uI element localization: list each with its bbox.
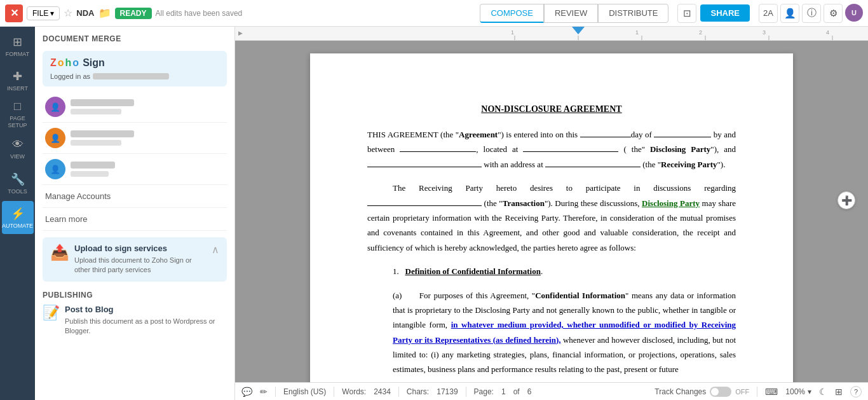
- zoom-arrow[interactable]: ▾: [808, 387, 811, 396]
- dark-mode-icon[interactable]: ☾: [819, 387, 827, 397]
- sidebar-item-tools[interactable]: 🔧 TOOLS: [2, 167, 34, 200]
- file-menu-button[interactable]: FILE ▾: [27, 6, 60, 20]
- close-button[interactable]: ✕: [5, 4, 23, 22]
- scroll-right-button[interactable]: ➕: [837, 191, 855, 209]
- keyboard-icon[interactable]: ⌨: [765, 387, 778, 397]
- svg-text:4: 4: [826, 29, 829, 36]
- saved-status: All edits have been saved: [156, 9, 477, 18]
- review-tab[interactable]: REVIEW: [544, 4, 598, 23]
- present-icon[interactable]: ⊡: [677, 4, 696, 23]
- zoho-sign-logo: Z o h o Sign Logged in as: [43, 51, 227, 86]
- account-name-blur-3: [71, 162, 115, 169]
- upload-icon: 📤: [50, 244, 69, 261]
- format-icon: ⊞: [13, 35, 22, 49]
- blog-icon: 📝: [43, 305, 60, 321]
- sidebar-label-insert: INSERT: [7, 85, 28, 92]
- h-letter: h: [65, 57, 72, 69]
- nav-buttons: COMPOSE REVIEW DISTRIBUTE: [480, 4, 668, 23]
- page-total: 6: [527, 387, 532, 396]
- edit-icon[interactable]: ✏: [260, 387, 268, 397]
- status-divider-1: [275, 387, 276, 397]
- page-label: Page:: [474, 387, 494, 396]
- account-name-blur-1: [71, 99, 134, 106]
- svg-text:2: 2: [699, 29, 702, 36]
- track-changes-toggle[interactable]: [710, 387, 731, 397]
- status-divider-2: [334, 387, 334, 397]
- account-avatar-1: 👤: [45, 97, 65, 117]
- upload-chevron-icon[interactable]: ∧: [212, 244, 219, 256]
- logged-in-text: Logged in as: [50, 72, 90, 80]
- account-detail-blur-1: [71, 109, 121, 114]
- account-avatar-2: 👤: [45, 128, 65, 148]
- svg-text:1: 1: [635, 29, 639, 36]
- learn-more-link[interactable]: Learn more: [43, 208, 227, 231]
- folder-icon[interactable]: 📁: [98, 7, 111, 19]
- status-divider-3: [398, 387, 399, 397]
- logged-in-user-blur: [93, 73, 169, 79]
- tools-icon: 🔧: [11, 172, 25, 186]
- blog-title: Post to Blog: [65, 305, 227, 314]
- sign-text: Sign: [83, 57, 105, 69]
- sidebar-label-view: VIEW: [10, 153, 25, 160]
- toggle-knob: [711, 388, 719, 396]
- svg-rect-0: [235, 27, 868, 41]
- sidebar-item-page-setup[interactable]: □ PAGESETUP: [2, 98, 34, 131]
- sidebar-item-view[interactable]: 👁 VIEW: [2, 132, 34, 165]
- info-icon[interactable]: ⓘ: [802, 4, 821, 23]
- o-letter: o: [58, 57, 64, 69]
- publishing-title: PUBLISHING: [43, 291, 227, 300]
- upload-section: 📤 Upload to sign services Upload this do…: [43, 237, 227, 282]
- document-merge-panel: DOCUMENT MERGE Z o h o Sign Logged in as…: [35, 27, 235, 400]
- account-info-3: [71, 162, 224, 177]
- share-button[interactable]: SHARE: [700, 4, 750, 22]
- view-icon: 👁: [12, 138, 24, 151]
- track-changes-off-label: OFF: [735, 388, 749, 396]
- section-1-heading-line: 1. Definition of Confidential Informatio…: [367, 264, 736, 279]
- status-bar: 💬 ✏ English (US) Words: 2434 Chars: 1713…: [235, 382, 868, 400]
- document-scroll[interactable]: NON-DISCLOSURE AGREEMENT THIS AGREEMENT …: [235, 41, 868, 382]
- track-changes-label: Track Changes: [654, 387, 706, 396]
- sidebar-item-automate[interactable]: ⚡ AUTOMATE: [2, 201, 34, 234]
- account-info-2: [71, 130, 224, 146]
- toolbar-icons: ⊡: [677, 4, 696, 23]
- distribute-tab[interactable]: DISTRIBUTE: [598, 4, 668, 23]
- section-1-heading: Definition of Confidential Information: [405, 266, 541, 276]
- blog-section: 📝 Post to Blog Publish this document as …: [43, 305, 227, 336]
- document-name: NDA: [76, 8, 94, 18]
- sidebar-label-tools: TOOLS: [8, 188, 27, 195]
- svg-text:3: 3: [763, 29, 766, 36]
- words-label: Words:: [342, 387, 366, 396]
- section-1: 1. Definition of Confidential Informatio…: [367, 264, 736, 377]
- account-item-3[interactable]: 👤: [43, 154, 227, 185]
- zoom-control: 100% ▾: [785, 387, 811, 396]
- upload-description: Upload this document to Zoho Sign or oth…: [74, 256, 207, 275]
- language-label[interactable]: English (US): [283, 387, 326, 396]
- favorite-icon[interactable]: ☆: [64, 7, 72, 19]
- user-icon[interactable]: 👤: [780, 4, 799, 23]
- main-area: ⊞ FORMAT ✚ INSERT □ PAGESETUP 👁 VIEW 🔧 T…: [0, 27, 868, 400]
- document-page: NON-DISCLOSURE AGREEMENT THIS AGREEMENT …: [310, 53, 793, 382]
- upload-title: Upload to sign services: [74, 244, 207, 253]
- sidebar-label-page-setup: PAGESETUP: [8, 115, 27, 129]
- account-avatar-3: 👤: [45, 159, 65, 179]
- manage-accounts-link[interactable]: Manage Accounts: [43, 185, 227, 208]
- sidebar-item-format[interactable]: ⊞ FORMAT: [2, 29, 34, 62]
- avatar[interactable]: U: [845, 4, 863, 22]
- page-setup-icon: □: [14, 100, 21, 113]
- blog-content: Post to Blog Publish this document as a …: [65, 305, 227, 336]
- sidebar-item-insert[interactable]: ✚ INSERT: [2, 64, 34, 97]
- chat-icon[interactable]: 2A: [759, 4, 778, 23]
- account-item-1[interactable]: 👤: [43, 92, 227, 123]
- blog-description: Publish this document as a post to Wordp…: [65, 317, 227, 336]
- help-icon[interactable]: ?: [850, 386, 862, 397]
- grid-view-icon[interactable]: ⊞: [835, 387, 843, 397]
- account-item-2[interactable]: 👤: [43, 123, 227, 154]
- comment-icon[interactable]: 💬: [241, 387, 252, 397]
- ruler: ▶ 1 1 2 3 4 5 6 7: [235, 27, 868, 41]
- settings-icon[interactable]: ⚙: [824, 4, 843, 23]
- compose-tab[interactable]: COMPOSE: [480, 4, 543, 23]
- left-sidebar: ⊞ FORMAT ✚ INSERT □ PAGESETUP 👁 VIEW 🔧 T…: [0, 27, 35, 400]
- intro-paragraph: THIS AGREEMENT (the "Agreement") is ente…: [367, 127, 736, 172]
- account-detail-blur-2: [71, 140, 121, 146]
- track-changes-control: Track Changes OFF: [654, 387, 749, 397]
